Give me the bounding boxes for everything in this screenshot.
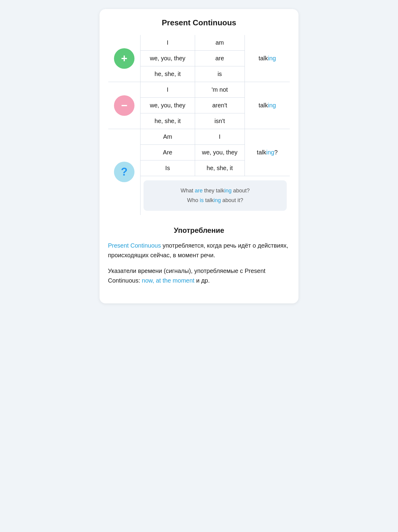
example-line1: What are they talking about? [150,186,281,195]
question-icon: ? [114,162,134,182]
verb-cell: Am [141,129,195,145]
form-cell: talking [245,35,290,82]
form-cell: talking? [245,129,290,176]
example-verb: are [195,188,203,194]
usage-signals: now, at the moment [142,277,194,284]
verb-cell: am [195,35,245,51]
verb-cell: Are [141,145,195,160]
example-line2: Who is talking about it? [150,195,281,205]
form-highlight: ing [268,55,276,62]
subject-cell: we, you, they [195,145,245,160]
positive-icon-cell: + [108,35,141,82]
example-ing2: ing [214,197,221,203]
subject-cell: we, you, they [141,51,195,66]
usage-text-1: Present Continuous употребляется, когда … [108,241,290,260]
page-title: Present Continuous [108,18,290,27]
form-cell: talking [245,82,290,129]
usage-text-2: Указатели времени (сигналы), употребляем… [108,266,290,285]
verb-cell: is [195,66,245,82]
subject-cell: we, you, they [141,98,195,113]
table-row: + I am talking [108,35,290,51]
plus-icon: + [114,48,134,69]
subject-cell: I [141,82,195,98]
subject-cell: he, she, it [141,66,195,82]
form-highlight: ing [266,149,274,156]
example-cell: What are they talking about? Who is talk… [141,176,290,215]
example-verb2: is [200,197,204,203]
subject-cell: he, she, it [141,113,195,129]
table-row: − I 'm not talking [108,82,290,98]
usage-section: Употребление Present Continuous употребл… [108,226,290,285]
verb-cell: are [195,51,245,66]
question-icon-cell: ? [108,129,141,215]
verb-cell: isn't [195,113,245,129]
usage-title: Употребление [108,226,290,235]
example-ing: ing [224,188,232,194]
subject-cell: he, she, it [195,160,245,176]
verb-cell: 'm not [195,82,245,98]
usage-term: Present Continuous [108,242,161,249]
verb-cell: aren't [195,98,245,113]
page-container: Present Continuous + I am talking we, yo… [100,9,298,303]
minus-icon: − [114,95,134,116]
subject-cell: I [195,129,245,145]
table-row: ? Am I talking? [108,129,290,145]
form-highlight: ing [268,102,276,109]
example-box: What are they talking about? Who is talk… [144,180,287,211]
subject-cell: I [141,35,195,51]
grammar-table: + I am talking we, you, they are he, she… [108,35,290,215]
verb-cell: Is [141,160,195,176]
negative-icon-cell: − [108,82,141,129]
